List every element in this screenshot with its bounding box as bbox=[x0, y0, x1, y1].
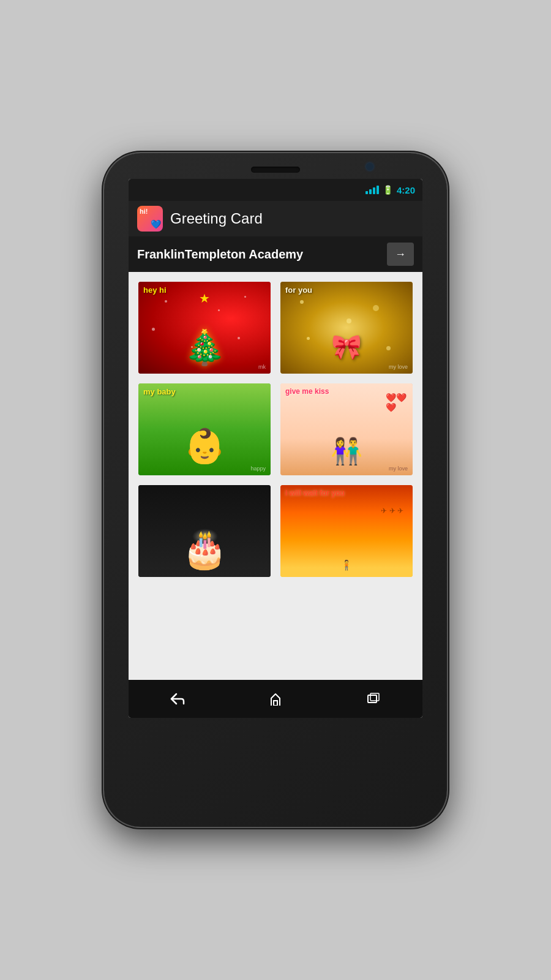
app-title: Greeting Card bbox=[170, 210, 263, 227]
back-button[interactable] bbox=[162, 687, 193, 711]
phone-speaker bbox=[251, 167, 300, 173]
card-wait-for-you[interactable]: ✈ ✈ ✈ 🧍 i will wait for you bbox=[280, 485, 413, 577]
app-icon: hi! 💙 bbox=[137, 206, 163, 232]
recent-apps-button[interactable] bbox=[358, 687, 389, 711]
card-1-sublabel: mk bbox=[258, 364, 266, 370]
card-3-label: my baby bbox=[143, 387, 176, 396]
next-button[interactable]: → bbox=[387, 243, 414, 266]
card-5-cake: 🎂 bbox=[182, 527, 228, 571]
card-for-you[interactable]: 🎀 for you my love bbox=[280, 282, 413, 374]
phone-screen: 🔋 4:20 hi! 💙 Greeting Card FranklinTempl… bbox=[129, 179, 422, 718]
back-icon bbox=[170, 693, 185, 705]
status-time: 4:20 bbox=[397, 185, 415, 195]
status-bar: 🔋 4:20 bbox=[129, 179, 422, 201]
card-2-label: for you bbox=[285, 285, 312, 295]
svg-rect-2 bbox=[370, 693, 379, 701]
card-3-sublabel: happy bbox=[250, 466, 266, 472]
home-icon bbox=[269, 692, 282, 706]
card-2-decoration: 🎀 bbox=[331, 333, 362, 361]
cards-grid: ★ 🎄 hey hi mk bbox=[138, 282, 413, 577]
content-area: ★ 🎄 hey hi mk bbox=[129, 272, 422, 680]
front-camera bbox=[366, 163, 373, 170]
card-birthday-cake[interactable]: 🎂 bbox=[138, 485, 271, 577]
action-bar-title: FranklinTempleton Academy bbox=[137, 247, 387, 262]
card-1-tree: 🎄 bbox=[184, 328, 226, 368]
recent-icon bbox=[367, 693, 380, 705]
card-4-couple: 👫 bbox=[331, 436, 362, 466]
svg-rect-0 bbox=[274, 701, 277, 706]
card-1-label: hey hi bbox=[143, 285, 167, 295]
home-button[interactable] bbox=[260, 687, 291, 711]
arrow-right-icon: → bbox=[395, 248, 406, 261]
bottom-nav bbox=[129, 680, 422, 718]
phone-device: 🔋 4:20 hi! 💙 Greeting Card FranklinTempl… bbox=[104, 153, 447, 827]
card-3-baby: 👶 bbox=[184, 426, 226, 466]
card-6-silhouette: 🧍 bbox=[340, 559, 353, 571]
svg-rect-1 bbox=[368, 695, 377, 703]
card-2-sublabel: my love bbox=[389, 364, 408, 370]
card-give-me-kiss[interactable]: ❤️❤️❤️ 👫 give me kiss my love bbox=[280, 383, 413, 475]
app-icon-hi-label: hi! bbox=[140, 208, 148, 215]
app-header: hi! 💙 Greeting Card bbox=[129, 201, 422, 236]
card-my-baby[interactable]: 👶 my baby happy bbox=[138, 383, 271, 475]
card-6-label: i will wait for you bbox=[285, 489, 345, 497]
card-4-sublabel: my love bbox=[389, 466, 408, 472]
action-bar: FranklinTempleton Academy → bbox=[129, 236, 422, 272]
card-4-label: give me kiss bbox=[285, 387, 329, 396]
card-hey-hi[interactable]: ★ 🎄 hey hi mk bbox=[138, 282, 271, 374]
signal-icon bbox=[365, 186, 379, 194]
card-6-plane: ✈ ✈ ✈ bbox=[381, 507, 403, 515]
card-1-star: ★ bbox=[199, 291, 210, 306]
battery-icon: 🔋 bbox=[383, 185, 393, 195]
app-icon-heart: 💙 bbox=[151, 219, 161, 229]
card-4-hearts: ❤️❤️❤️ bbox=[386, 393, 407, 412]
